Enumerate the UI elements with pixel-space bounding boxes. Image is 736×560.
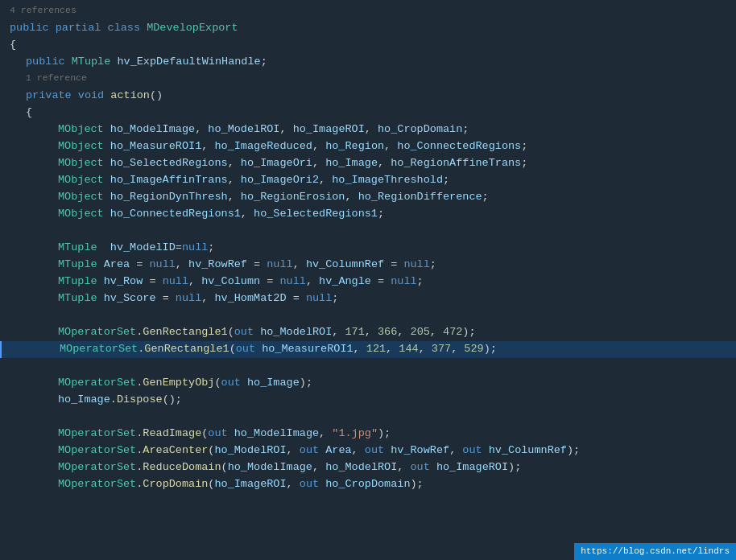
token: partial (56, 20, 108, 37)
token: ho_ImageROI (214, 476, 286, 493)
token: ho_CropDomain (378, 121, 462, 138)
token: MTuple (58, 290, 104, 307)
token: , (201, 138, 214, 155)
token: ( (229, 341, 236, 358)
token: , (293, 257, 306, 274)
token: ; (430, 257, 436, 274)
token: hv_ColumnRef (306, 257, 391, 274)
token: null (176, 290, 201, 307)
token: out (236, 341, 262, 358)
code-line: public MTuple hv_ExpDefaultWinHandle; (0, 54, 736, 71)
code-line (0, 307, 736, 324)
token: 377 (432, 341, 451, 358)
token: , (451, 341, 464, 358)
token: MOperatorSet (58, 426, 136, 443)
token: , (449, 443, 462, 459)
token: = (149, 274, 162, 290)
token: ho_ModelROI (325, 459, 397, 476)
code-line: MObject ho_RegionDynThresh, ho_RegionEro… (0, 189, 736, 206)
token: = (378, 274, 391, 290)
token: . (136, 443, 143, 459)
token: ho_RegionDynThresh (110, 189, 228, 206)
token: ho_CropDomain (325, 476, 410, 493)
token: 472 (443, 324, 462, 341)
token: 121 (366, 341, 386, 358)
token: , (201, 290, 214, 307)
token: , (312, 459, 325, 476)
token: 529 (464, 341, 483, 358)
token: "1.jpg" (332, 426, 378, 443)
token: null (182, 240, 208, 257)
token: ; (261, 54, 267, 71)
token: 144 (399, 341, 418, 358)
token: ( (214, 375, 221, 392)
token: ho_ImageROI (293, 121, 365, 138)
token: , (312, 155, 325, 172)
token: , (397, 324, 410, 341)
token: ho_Image (58, 392, 110, 409)
code-line: private void action() (0, 88, 736, 105)
token: ( (208, 443, 214, 459)
token: , (319, 172, 332, 189)
code-line (0, 358, 736, 375)
token: , (228, 172, 241, 189)
token: , (397, 459, 410, 476)
token: ho_ImageThreshold (332, 172, 443, 189)
token: ho_ImageOri2 (241, 172, 319, 189)
token: Area (325, 443, 351, 459)
token: , (306, 274, 319, 290)
token: . (136, 375, 143, 392)
token: . (136, 476, 143, 493)
token: = (136, 257, 149, 274)
token: 171 (345, 324, 365, 341)
token: hv_Column (201, 274, 267, 290)
code-line: MObject ho_SelectedRegions, ho_ImageOri,… (0, 155, 736, 172)
token: public (10, 20, 56, 37)
token: ho_SelectedRegions1 (254, 206, 378, 223)
code-line: MObject ho_ConnectedRegions1, ho_Selecte… (0, 206, 736, 223)
token: , (352, 443, 365, 459)
token: ; (521, 155, 527, 172)
token: GenRectangle1 (143, 324, 227, 341)
code-line: MTuple hv_Score = null, hv_HomMat2D = nu… (0, 290, 736, 307)
token: out (300, 476, 325, 493)
code-line: MOperatorSet.ReduceDomain(ho_ModelImage,… (0, 459, 736, 476)
token: public (26, 54, 72, 71)
token: ( (221, 459, 228, 476)
token: out (462, 443, 488, 459)
token: MObject (58, 206, 110, 223)
code-line: MOperatorSet.GenRectangle1(out ho_ModelR… (0, 324, 736, 341)
token: void (78, 88, 111, 105)
token: , (228, 189, 241, 206)
token: ; (462, 121, 469, 138)
token: = (293, 290, 306, 307)
token: (); (163, 392, 182, 409)
code-line: { (0, 37, 736, 54)
token: out (221, 375, 247, 392)
token: ( (201, 426, 208, 443)
token: 1 reference (26, 71, 87, 85)
token: MOperatorSet (60, 341, 138, 358)
code-line: MTuple Area = null, hv_RowRef = null, hv… (0, 257, 736, 274)
code-line: MOperatorSet.AreaCenter(ho_ModelROI, out… (0, 443, 736, 459)
code-line: MObject ho_ModelImage, ho_ModelROI, ho_I… (0, 121, 736, 138)
token: ); (462, 324, 475, 341)
token: MOperatorSet (58, 443, 136, 459)
token: ; (443, 172, 449, 189)
token: MOperatorSet (58, 324, 136, 341)
code-editor: 4 referencespublic partial class MDevelo… (0, 0, 736, 560)
token: , (287, 443, 300, 459)
code-line: { (0, 105, 736, 121)
token: ; (208, 240, 214, 257)
url-bar: https://blog.csdn.net/lindrs (574, 543, 736, 560)
token: = (176, 240, 182, 257)
token: , (312, 138, 325, 155)
code-line (0, 409, 736, 426)
token: , (319, 426, 332, 443)
token: Area (104, 257, 137, 274)
token: , (176, 257, 188, 274)
token: ho_ModelImage (234, 426, 319, 443)
token: = (267, 274, 279, 290)
token: ho_ConnectedRegions1 (110, 206, 241, 223)
token: null (391, 274, 416, 290)
